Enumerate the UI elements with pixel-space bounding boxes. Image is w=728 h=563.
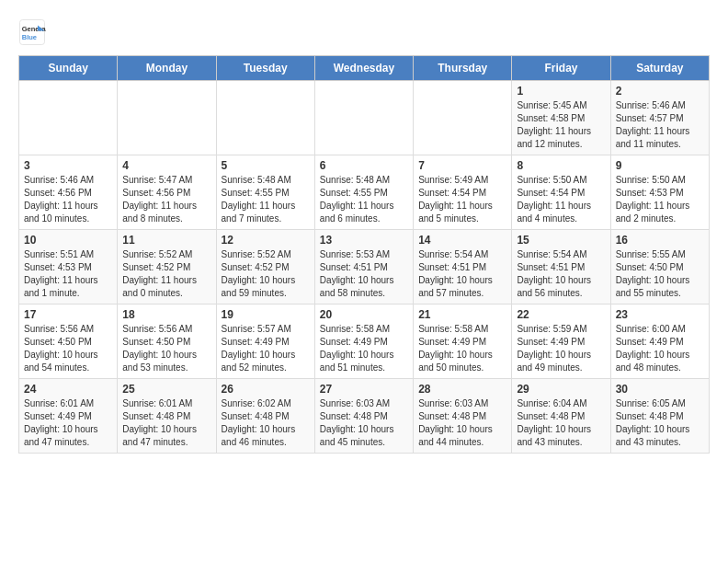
- day-detail: Sunrise: 5:53 AM Sunset: 4:51 PM Dayligh…: [320, 248, 408, 300]
- header-friday: Friday: [512, 56, 610, 81]
- calendar-cell: [314, 81, 413, 155]
- calendar-cell: 24Sunrise: 6:01 AM Sunset: 4:49 PM Dayli…: [19, 379, 118, 454]
- calendar-cell: 14Sunrise: 5:54 AM Sunset: 4:51 PM Dayli…: [414, 230, 512, 304]
- page-container: General Blue Sunday Monday Tuesday Wedne…: [0, 0, 728, 463]
- day-detail: Sunrise: 6:01 AM Sunset: 4:49 PM Dayligh…: [24, 397, 112, 449]
- day-detail: Sunrise: 6:00 AM Sunset: 4:49 PM Dayligh…: [616, 323, 704, 374]
- day-detail: Sunrise: 5:56 AM Sunset: 4:50 PM Dayligh…: [24, 323, 112, 374]
- day-detail: Sunrise: 5:45 AM Sunset: 4:58 PM Dayligh…: [517, 99, 605, 151]
- day-number: 11: [122, 234, 210, 247]
- calendar-cell: 25Sunrise: 6:01 AM Sunset: 4:48 PM Dayli…: [118, 379, 216, 454]
- day-number: 10: [24, 234, 112, 247]
- calendar-cell: [118, 81, 216, 155]
- day-number: 20: [320, 308, 408, 321]
- calendar-cell: 18Sunrise: 5:56 AM Sunset: 4:50 PM Dayli…: [118, 304, 216, 379]
- calendar-cell: 22Sunrise: 5:59 AM Sunset: 4:49 PM Dayli…: [512, 304, 610, 379]
- day-detail: Sunrise: 5:58 AM Sunset: 4:49 PM Dayligh…: [320, 323, 408, 374]
- day-detail: Sunrise: 5:48 AM Sunset: 4:55 PM Dayligh…: [222, 174, 310, 225]
- day-number: 30: [616, 383, 704, 396]
- header-wednesday: Wednesday: [314, 56, 413, 81]
- calendar-week-row: 17Sunrise: 5:56 AM Sunset: 4:50 PM Dayli…: [19, 304, 710, 379]
- calendar-cell: 13Sunrise: 5:53 AM Sunset: 4:51 PM Dayli…: [314, 230, 413, 304]
- calendar-cell: 10Sunrise: 5:51 AM Sunset: 4:53 PM Dayli…: [19, 230, 118, 304]
- calendar-week-row: 24Sunrise: 6:01 AM Sunset: 4:49 PM Dayli…: [19, 379, 710, 454]
- day-detail: Sunrise: 5:59 AM Sunset: 4:49 PM Dayligh…: [517, 323, 605, 374]
- calendar-cell: 20Sunrise: 5:58 AM Sunset: 4:49 PM Dayli…: [314, 304, 413, 379]
- calendar-cell: 5Sunrise: 5:48 AM Sunset: 4:55 PM Daylig…: [216, 155, 314, 230]
- day-detail: Sunrise: 5:47 AM Sunset: 4:56 PM Dayligh…: [122, 174, 210, 225]
- calendar-cell: 4Sunrise: 5:47 AM Sunset: 4:56 PM Daylig…: [118, 155, 216, 230]
- calendar-cell: 29Sunrise: 6:04 AM Sunset: 4:48 PM Dayli…: [512, 379, 610, 454]
- day-detail: Sunrise: 5:46 AM Sunset: 4:57 PM Dayligh…: [616, 99, 704, 151]
- day-number: 29: [517, 383, 605, 396]
- day-number: 17: [24, 308, 112, 321]
- calendar-cell: 2Sunrise: 5:46 AM Sunset: 4:57 PM Daylig…: [610, 81, 709, 155]
- calendar-cell: 12Sunrise: 5:52 AM Sunset: 4:52 PM Dayli…: [216, 230, 314, 304]
- calendar-cell: 16Sunrise: 5:55 AM Sunset: 4:50 PM Dayli…: [610, 230, 709, 304]
- svg-text:General: General: [22, 25, 46, 33]
- day-detail: Sunrise: 5:46 AM Sunset: 4:56 PM Dayligh…: [24, 174, 112, 225]
- calendar-cell: 7Sunrise: 5:49 AM Sunset: 4:54 PM Daylig…: [414, 155, 512, 230]
- day-detail: Sunrise: 5:54 AM Sunset: 4:51 PM Dayligh…: [517, 248, 605, 300]
- day-number: 27: [320, 383, 408, 396]
- calendar-cell: 8Sunrise: 5:50 AM Sunset: 4:54 PM Daylig…: [512, 155, 610, 230]
- day-number: 15: [517, 234, 605, 247]
- day-number: 5: [222, 159, 310, 172]
- calendar-cell: 17Sunrise: 5:56 AM Sunset: 4:50 PM Dayli…: [19, 304, 118, 379]
- day-number: 2: [616, 85, 704, 98]
- calendar-cell: [216, 81, 314, 155]
- day-number: 21: [418, 308, 506, 321]
- day-detail: Sunrise: 5:54 AM Sunset: 4:51 PM Dayligh…: [418, 248, 506, 300]
- calendar-cell: 11Sunrise: 5:52 AM Sunset: 4:52 PM Dayli…: [118, 230, 216, 304]
- day-number: 19: [222, 308, 310, 321]
- header-saturday: Saturday: [610, 56, 709, 81]
- day-detail: Sunrise: 5:50 AM Sunset: 4:54 PM Dayligh…: [517, 174, 605, 225]
- header-monday: Monday: [118, 56, 216, 81]
- day-number: 3: [24, 159, 112, 172]
- day-detail: Sunrise: 5:57 AM Sunset: 4:49 PM Dayligh…: [222, 323, 310, 374]
- day-number: 9: [616, 159, 704, 172]
- calendar-week-row: 10Sunrise: 5:51 AM Sunset: 4:53 PM Dayli…: [19, 230, 710, 304]
- day-number: 25: [122, 383, 210, 396]
- day-detail: Sunrise: 5:52 AM Sunset: 4:52 PM Dayligh…: [222, 248, 310, 300]
- logo-icon: General Blue: [18, 18, 46, 46]
- day-number: 14: [418, 234, 506, 247]
- day-number: 16: [616, 234, 704, 247]
- day-number: 24: [24, 383, 112, 396]
- day-number: 13: [320, 234, 408, 247]
- calendar-cell: 9Sunrise: 5:50 AM Sunset: 4:53 PM Daylig…: [610, 155, 709, 230]
- calendar-cell: 30Sunrise: 6:05 AM Sunset: 4:48 PM Dayli…: [610, 379, 709, 454]
- page-header: General Blue: [18, 18, 710, 46]
- header-tuesday: Tuesday: [216, 56, 314, 81]
- day-number: 4: [122, 159, 210, 172]
- logo: General Blue: [18, 18, 50, 46]
- header-thursday: Thursday: [414, 56, 512, 81]
- calendar-cell: 27Sunrise: 6:03 AM Sunset: 4:48 PM Dayli…: [314, 379, 413, 454]
- calendar-cell: 19Sunrise: 5:57 AM Sunset: 4:49 PM Dayli…: [216, 304, 314, 379]
- day-detail: Sunrise: 5:58 AM Sunset: 4:49 PM Dayligh…: [418, 323, 506, 374]
- day-number: 12: [222, 234, 310, 247]
- day-detail: Sunrise: 5:51 AM Sunset: 4:53 PM Dayligh…: [24, 248, 112, 300]
- day-detail: Sunrise: 5:50 AM Sunset: 4:53 PM Dayligh…: [616, 174, 704, 225]
- calendar-cell: 23Sunrise: 6:00 AM Sunset: 4:49 PM Dayli…: [610, 304, 709, 379]
- calendar-cell: 6Sunrise: 5:48 AM Sunset: 4:55 PM Daylig…: [314, 155, 413, 230]
- calendar-table: Sunday Monday Tuesday Wednesday Thursday…: [18, 55, 710, 454]
- day-number: 1: [517, 85, 605, 98]
- calendar-cell: 15Sunrise: 5:54 AM Sunset: 4:51 PM Dayli…: [512, 230, 610, 304]
- day-detail: Sunrise: 6:04 AM Sunset: 4:48 PM Dayligh…: [517, 397, 605, 449]
- header-sunday: Sunday: [19, 56, 118, 81]
- calendar-week-row: 1Sunrise: 5:45 AM Sunset: 4:58 PM Daylig…: [19, 81, 710, 155]
- day-detail: Sunrise: 6:01 AM Sunset: 4:48 PM Dayligh…: [122, 397, 210, 449]
- day-number: 8: [517, 159, 605, 172]
- day-detail: Sunrise: 6:05 AM Sunset: 4:48 PM Dayligh…: [616, 397, 704, 449]
- day-number: 6: [320, 159, 408, 172]
- calendar-cell: 21Sunrise: 5:58 AM Sunset: 4:49 PM Dayli…: [414, 304, 512, 379]
- day-detail: Sunrise: 6:03 AM Sunset: 4:48 PM Dayligh…: [320, 397, 408, 449]
- day-detail: Sunrise: 5:55 AM Sunset: 4:50 PM Dayligh…: [616, 248, 704, 300]
- svg-text:Blue: Blue: [22, 33, 37, 41]
- day-number: 23: [616, 308, 704, 321]
- calendar-cell: [19, 81, 118, 155]
- day-detail: Sunrise: 5:48 AM Sunset: 4:55 PM Dayligh…: [320, 174, 408, 225]
- day-number: 18: [122, 308, 210, 321]
- day-number: 7: [418, 159, 506, 172]
